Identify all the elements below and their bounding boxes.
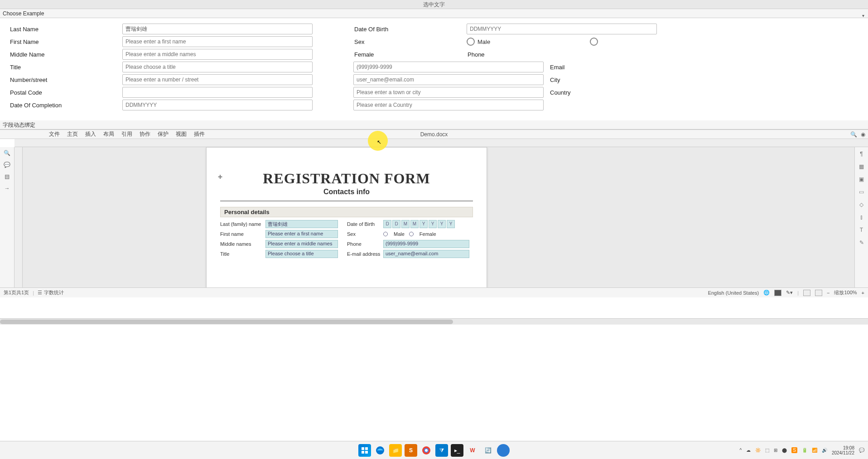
- edge-icon[interactable]: [374, 444, 386, 457]
- page-indicator[interactable]: 第1页共1页: [4, 289, 29, 296]
- document-page[interactable]: ✚ REGISTRATION FORM Contacts info Person…: [206, 147, 487, 287]
- menu-layout[interactable]: 布局: [100, 130, 118, 138]
- search-icon[interactable]: 🔍: [850, 131, 857, 138]
- country-input[interactable]: [353, 100, 544, 110]
- menu-protect[interactable]: 保护: [154, 130, 172, 138]
- status-bar: 第1页共1页 | ☰ 字数统计 English (United States) …: [0, 287, 868, 297]
- ime-icon[interactable]: S: [791, 447, 797, 453]
- doc-sex-field[interactable]: MaleFemale: [383, 231, 469, 237]
- chrome-icon[interactable]: [420, 444, 433, 457]
- sign-icon[interactable]: ✎: [859, 239, 864, 246]
- menu-view[interactable]: 视图: [172, 130, 190, 138]
- zoom-in-icon[interactable]: +: [862, 290, 864, 296]
- zoom-label[interactable]: 缩放100%: [834, 289, 857, 296]
- last-name-input[interactable]: [122, 24, 313, 34]
- start-button[interactable]: [358, 444, 371, 457]
- tray-icon-2[interactable]: ⬚: [765, 448, 769, 453]
- track-changes-icon[interactable]: ✎▾: [786, 290, 793, 296]
- wifi-icon[interactable]: 📶: [812, 448, 817, 453]
- male-radio[interactable]: [467, 38, 475, 46]
- language-label[interactable]: English (United States): [708, 290, 759, 296]
- app-icon-2[interactable]: [497, 444, 510, 457]
- windows-taskbar: 📁 S ⧩ ▸_ W 🔄 ^ ☁ 🔆 ⬚ ⊞ ⬤ S 🔋 📶 🔊 19:08 2…: [0, 441, 868, 459]
- date-completion-input[interactable]: [122, 100, 313, 110]
- blank-area: [0, 295, 868, 318]
- choose-example-label: Choose Example: [3, 10, 44, 17]
- paragraph-icon[interactable]: ¶: [860, 151, 863, 157]
- onedrive-icon[interactable]: ☁: [746, 448, 751, 453]
- horizontal-ruler[interactable]: [14, 139, 868, 147]
- email-label: Email: [544, 64, 657, 71]
- horizontal-scrollbar[interactable]: [0, 318, 868, 325]
- fit-page-icon[interactable]: [803, 290, 810, 296]
- menu-file[interactable]: 文件: [45, 130, 63, 138]
- choose-example-dropdown[interactable]: Choose Example ▾: [0, 9, 868, 18]
- vertical-ruler[interactable]: [14, 147, 23, 287]
- email-input[interactable]: [353, 74, 544, 85]
- comments-icon[interactable]: 💬: [4, 162, 10, 168]
- more-icon[interactable]: →: [5, 185, 10, 191]
- word-count[interactable]: 字数统计: [44, 289, 64, 296]
- menu-home[interactable]: 主页: [63, 130, 82, 138]
- shape-icon[interactable]: ◇: [859, 201, 863, 208]
- headings-icon[interactable]: ▤: [5, 173, 10, 180]
- zoom-out-icon[interactable]: −: [827, 290, 829, 296]
- fit-width-icon[interactable]: [815, 290, 822, 296]
- terminal-icon[interactable]: ▸_: [451, 444, 463, 457]
- text-icon[interactable]: T: [860, 227, 863, 233]
- menu-references[interactable]: 引用: [118, 130, 136, 138]
- menu-plugins[interactable]: 插件: [190, 130, 208, 138]
- first-name-input[interactable]: [122, 36, 313, 47]
- app-icon-1[interactable]: S: [405, 444, 417, 457]
- user-icon[interactable]: ◉: [861, 131, 865, 138]
- scrollbar-thumb[interactable]: [0, 320, 453, 324]
- title-input[interactable]: [122, 62, 313, 72]
- header-icon[interactable]: ▭: [859, 189, 864, 195]
- menu-collab[interactable]: 协作: [136, 130, 154, 138]
- tray-icon-3[interactable]: ⊞: [774, 448, 777, 453]
- refresh-icon[interactable]: 🔄: [482, 444, 494, 457]
- menu-insert[interactable]: 插入: [82, 130, 100, 138]
- doc-first-field[interactable]: Please enter a first name: [265, 230, 338, 238]
- middle-name-input[interactable]: [122, 49, 313, 60]
- female-radio[interactable]: [590, 38, 598, 46]
- city-input[interactable]: [353, 87, 544, 98]
- spellcheck-icon[interactable]: [774, 290, 781, 296]
- dob-input[interactable]: [467, 24, 657, 34]
- clock-time[interactable]: 19:08: [832, 445, 854, 450]
- image-icon[interactable]: ▣: [859, 176, 864, 182]
- notifications-icon[interactable]: 💬: [859, 448, 864, 453]
- tray-icon-1[interactable]: 🔆: [755, 448, 761, 453]
- doc-first-label: First name: [220, 231, 265, 237]
- vscode-icon[interactable]: ⧩: [435, 444, 448, 457]
- table-handle-icon[interactable]: ✚: [218, 174, 222, 180]
- phone-input[interactable]: [353, 62, 544, 72]
- doc-title: REGISTRATION FORM: [220, 170, 473, 187]
- globe-icon[interactable]: 🌐: [763, 290, 770, 296]
- postal-code-input[interactable]: [122, 87, 313, 98]
- left-tool-panel: 🔍 💬 ▤ →: [0, 147, 14, 287]
- doc-title-field[interactable]: Please choose a title: [265, 250, 338, 258]
- chart-icon[interactable]: ⫿: [860, 214, 863, 220]
- cursor-icon: ↖: [377, 139, 381, 145]
- tray-icon-4[interactable]: ⬤: [782, 448, 787, 453]
- number-street-input[interactable]: [122, 74, 313, 85]
- explorer-icon[interactable]: 📁: [389, 444, 402, 457]
- wps-icon[interactable]: W: [466, 444, 479, 457]
- battery-icon[interactable]: 🔋: [802, 448, 807, 453]
- doc-email-field[interactable]: user_name@email.com: [383, 250, 469, 258]
- doc-male-radio[interactable]: [383, 232, 388, 236]
- sex-label: Sex: [353, 38, 467, 45]
- svg-rect-3: [365, 451, 368, 454]
- doc-middle-field[interactable]: Please enter a middle names: [265, 240, 338, 248]
- doc-dob-field[interactable]: DDMMYYYY: [383, 220, 469, 228]
- doc-female-radio[interactable]: [409, 232, 414, 236]
- search-tool-icon[interactable]: 🔍: [4, 150, 10, 156]
- doc-last-field[interactable]: 曹瑞剑雄: [265, 220, 338, 228]
- table-icon[interactable]: ▦: [859, 163, 864, 170]
- volume-icon[interactable]: 🔊: [822, 448, 827, 453]
- doc-phone-field[interactable]: (999)999-9999: [383, 240, 469, 248]
- tray-chevron-icon[interactable]: ^: [740, 448, 742, 453]
- female-label: Female: [353, 51, 467, 58]
- clock-date[interactable]: 2024/11/22: [832, 450, 854, 455]
